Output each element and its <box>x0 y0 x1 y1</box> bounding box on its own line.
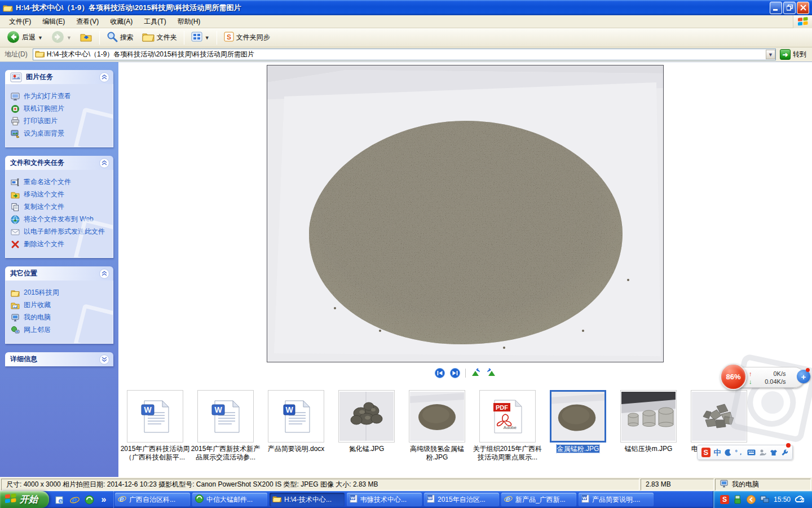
minimize-button[interactable] <box>770 2 782 14</box>
menu-edit[interactable]: 编辑(E) <box>37 15 70 29</box>
ime-handwriting-icon[interactable] <box>759 449 766 456</box>
task-email-file[interactable]: 以电子邮件形式发送此文件 <box>11 227 111 237</box>
up-button[interactable] <box>77 29 96 46</box>
thumbnail-photo-powder[interactable] <box>550 390 606 443</box>
photo-preview <box>267 65 664 362</box>
quicklaunch-ie-icon[interactable]: e <box>55 494 65 505</box>
word-document-icon[interactable]: W <box>127 390 183 443</box>
menu-view[interactable]: 查看(V) <box>70 15 104 29</box>
previous-image-button[interactable] <box>435 368 445 378</box>
details-header[interactable]: 详细信息 <box>5 352 113 366</box>
up-folder-icon <box>80 31 92 44</box>
task-copy-file[interactable]: 复制这个文件 <box>11 203 111 212</box>
memory-usage-ball[interactable]: 86% <box>720 364 747 390</box>
thumbnail-photo-lumps[interactable] <box>338 390 395 443</box>
start-button[interactable]: 开始 <box>0 491 49 508</box>
file-tasks-header[interactable]: 文件和文件夹任务 <box>5 156 113 170</box>
chevron-up-icon[interactable] <box>99 269 109 279</box>
restore-button[interactable] <box>783 2 796 14</box>
task-delete-file[interactable]: 删除这个文件 <box>11 240 111 249</box>
folders-button[interactable]: 文件夹 <box>139 30 180 45</box>
speed-ball-widget[interactable]: ↑0K/s ↓0.04K/s 86% + <box>720 364 747 390</box>
quicklaunch-green-browser-icon[interactable] <box>84 494 94 505</box>
folders-icon <box>142 32 155 43</box>
rotate-clockwise-button[interactable] <box>486 368 496 378</box>
quicklaunch-overflow-chevron[interactable]: » <box>99 494 109 505</box>
sogou-ime-bar[interactable]: S 中 °， <box>697 445 793 460</box>
image-thumbnail[interactable]: 高纯级脱氢金属锰粉.JPG <box>409 390 465 462</box>
task-order-prints[interactable]: 联机订购照片 <box>11 104 111 113</box>
word-document-icon[interactable]: W <box>197 390 254 443</box>
title-bar[interactable]: H:\4-技术中心\（1-9）各项科技活动\2015科技周\科技活动周所需图片 <box>0 0 812 15</box>
image-thumbnail[interactable]: 锰铝压块m.JPG <box>620 390 677 462</box>
image-thumbnail[interactable]: 氮化锰.JPG <box>338 390 395 462</box>
search-button[interactable]: 搜索 <box>103 29 137 46</box>
chevron-up-icon[interactable] <box>99 158 109 168</box>
place-my-computer[interactable]: 我的电脑 <box>11 313 111 322</box>
chevron-down-icon[interactable] <box>99 354 109 365</box>
taskbar-window-button-active[interactable]: H:\4-技术中心... <box>270 493 345 506</box>
thumbnail-caption: 氮化锰.JPG <box>329 445 404 453</box>
rotate-counterclockwise-button[interactable] <box>471 368 481 378</box>
next-image-button[interactable] <box>450 368 460 378</box>
other-places-header[interactable]: 其它位置 <box>5 266 113 281</box>
task-move-file[interactable]: 移动这个文件 <box>11 190 111 199</box>
cloud-tray-icon[interactable] <box>795 495 804 505</box>
place-my-pictures[interactable]: 图片收藏 <box>11 301 111 310</box>
ime-keyboard-icon[interactable] <box>747 449 756 456</box>
taskbar-window-button[interactable]: W 2015年自治区... <box>424 493 499 506</box>
word-document-icon[interactable]: W <box>268 390 324 443</box>
place-network[interactable]: 网上邻居 <box>11 326 111 335</box>
thumbnail-photo-powder[interactable] <box>409 390 465 443</box>
menu-favorites[interactable]: 收藏(A) <box>104 15 138 29</box>
back-button[interactable]: 后退 ▼ <box>3 29 46 47</box>
image-thumbnail-selected[interactable]: 金属锰粉.JPG <box>550 390 606 462</box>
forward-button[interactable]: ▼ <box>48 29 75 47</box>
taskbar-window-label: 韦慷技术中心... <box>360 495 407 505</box>
file-thumbnail[interactable]: PDFAdobe 关于组织2015年广西科技活动周重点展示... <box>479 390 536 462</box>
menu-tools[interactable]: 工具(T) <box>138 15 171 29</box>
hide-icons-chevron[interactable] <box>747 495 756 505</box>
thumbnail-photo-briquettes[interactable] <box>620 390 677 443</box>
svg-text:W: W <box>214 405 222 414</box>
task-rename-file[interactable]: 重命名这个文件 <box>11 178 111 187</box>
address-dropdown-button[interactable]: ▼ <box>766 50 775 59</box>
ime-language-mode[interactable]: 中 <box>714 448 721 458</box>
quicklaunch-browser-icon[interactable]: e <box>69 494 80 505</box>
taskbar-window-button[interactable]: e 广西自治区科... <box>115 493 190 506</box>
sogou-logo-icon[interactable]: S <box>701 448 710 457</box>
chevron-up-icon[interactable] <box>99 72 109 82</box>
taskbar-window-button[interactable]: 中信大锰邮件... <box>192 493 267 506</box>
taskbar-window-button[interactable]: W 韦慷技术中心... <box>347 493 422 506</box>
go-button[interactable]: ➜ 转到 <box>779 49 810 60</box>
address-input[interactable]: H:\4-技术中心\（1-9）各项科技活动\2015科技周\科技活动周所需图片 … <box>33 49 776 60</box>
views-button[interactable]: ▼ <box>188 30 213 45</box>
file-thumbnail[interactable]: W 2015年广西新技术新产品展示交流活动参... <box>197 390 254 462</box>
folder-sync-button[interactable]: S 文件夹同步 <box>220 30 273 45</box>
taskbar-window-button[interactable]: W 产品简要说明.... <box>579 493 654 506</box>
ime-skin-icon[interactable] <box>770 449 778 456</box>
ime-toolbox-icon[interactable] <box>781 449 788 456</box>
task-view-slideshow[interactable]: 作为幻灯片查看 <box>11 92 111 101</box>
network-tray-icon[interactable] <box>760 495 770 505</box>
task-print-picture[interactable]: 打印该图片 <box>11 117 111 126</box>
taskbar-window-label: 产品简要说明.... <box>592 495 640 505</box>
ime-punctuation-mode[interactable]: °， <box>735 448 744 457</box>
task-set-desktop-background[interactable]: 设为桌面背景 <box>11 129 111 138</box>
thumbnail-photo-flakes[interactable] <box>691 390 747 443</box>
pdf-document-icon[interactable]: PDFAdobe <box>479 390 536 443</box>
controls-separator <box>465 369 466 378</box>
menu-help[interactable]: 帮助(H) <box>172 15 206 29</box>
file-thumbnail[interactable]: W 2015年广西科技活动周（广西科技创新平... <box>127 390 183 462</box>
menu-file[interactable]: 文件(F) <box>3 15 37 29</box>
file-thumbnail[interactable]: W 产品简要说明.docx <box>268 390 324 462</box>
place-2015-folder[interactable]: 2015科技周 <box>11 288 111 297</box>
taskbar-clock[interactable]: 15:50 <box>774 496 791 503</box>
usb-tray-icon[interactable] <box>733 495 743 505</box>
taskbar-window-button[interactable]: e 新产品_广西新... <box>501 493 576 506</box>
ime-fullwidth-moon-icon[interactable] <box>725 449 732 456</box>
task-publish-web[interactable]: 将这个文件发布到 Web <box>11 215 111 224</box>
picture-tasks-header[interactable]: 图片任务 <box>5 70 113 84</box>
sogou-tray-icon[interactable]: S <box>720 495 729 504</box>
close-button[interactable] <box>797 2 809 14</box>
